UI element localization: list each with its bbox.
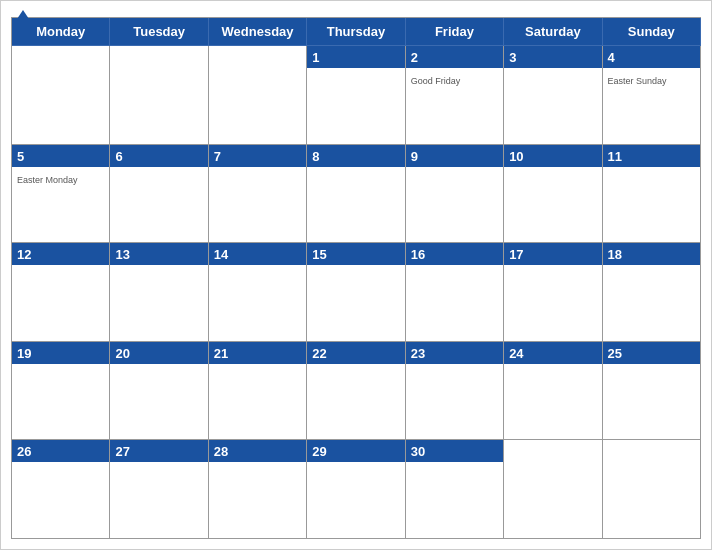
day-cell-21: 21 — [209, 342, 307, 440]
day-number: 11 — [608, 149, 622, 164]
day-number: 16 — [411, 247, 425, 262]
day-cell-12: 12 — [12, 243, 110, 341]
day-cell-5: 5Easter Monday — [12, 145, 110, 243]
day-cell-14: 14 — [209, 243, 307, 341]
day-cell-empty-4-6 — [603, 440, 701, 538]
day-cell-28: 28 — [209, 440, 307, 538]
day-number: 27 — [115, 444, 129, 459]
day-header-sunday: Sunday — [603, 18, 701, 46]
day-cell-27: 27 — [110, 440, 208, 538]
day-number: 2 — [411, 50, 418, 65]
day-number: 18 — [608, 247, 622, 262]
day-cell-30: 30 — [406, 440, 504, 538]
day-cell-7: 7 — [209, 145, 307, 243]
day-cell-3: 3 — [504, 46, 602, 144]
calendar-grid: MondayTuesdayWednesdayThursdayFridaySatu… — [11, 17, 701, 539]
day-cell-10: 10 — [504, 145, 602, 243]
day-cell-22: 22 — [307, 342, 405, 440]
logo-icon — [16, 9, 30, 26]
day-number: 22 — [312, 346, 326, 361]
day-cell-20: 20 — [110, 342, 208, 440]
logo — [16, 9, 31, 26]
day-cell-25: 25 — [603, 342, 701, 440]
day-number: 26 — [17, 444, 31, 459]
day-number: 14 — [214, 247, 228, 262]
day-header-tuesday: Tuesday — [110, 18, 208, 46]
day-number: 30 — [411, 444, 425, 459]
day-number: 3 — [509, 50, 516, 65]
day-cell-11: 11 — [603, 145, 701, 243]
day-header-wednesday: Wednesday — [209, 18, 307, 46]
day-cell-24: 24 — [504, 342, 602, 440]
day-number: 23 — [411, 346, 425, 361]
day-cell-26: 26 — [12, 440, 110, 538]
svg-marker-0 — [17, 10, 29, 19]
day-number: 4 — [608, 50, 615, 65]
day-number: 13 — [115, 247, 129, 262]
day-number: 20 — [115, 346, 129, 361]
logo-blue — [16, 9, 31, 26]
day-number: 10 — [509, 149, 523, 164]
day-number: 15 — [312, 247, 326, 262]
day-cell-8: 8 — [307, 145, 405, 243]
day-header-thursday: Thursday — [307, 18, 405, 46]
day-number: 19 — [17, 346, 31, 361]
day-cell-13: 13 — [110, 243, 208, 341]
day-cell-19: 19 — [12, 342, 110, 440]
day-cell-empty-4-5 — [504, 440, 602, 538]
holiday-label: Easter Sunday — [608, 76, 667, 86]
day-cell-1: 1 — [307, 46, 405, 144]
day-cell-empty-0-1 — [110, 46, 208, 144]
weeks: 12Good Friday34Easter Sunday5Easter Mond… — [12, 46, 701, 539]
week-row-1: 5Easter Monday67891011 — [12, 145, 701, 244]
holiday-label: Easter Monday — [17, 175, 78, 185]
day-number: 5 — [17, 149, 24, 164]
day-cell-17: 17 — [504, 243, 602, 341]
week-row-0: 12Good Friday34Easter Sunday — [12, 46, 701, 145]
day-number: 1 — [312, 50, 319, 65]
day-number: 12 — [17, 247, 31, 262]
day-number: 21 — [214, 346, 228, 361]
day-cell-2: 2Good Friday — [406, 46, 504, 144]
day-number: 9 — [411, 149, 418, 164]
day-number: 8 — [312, 149, 319, 164]
day-cell-23: 23 — [406, 342, 504, 440]
week-row-3: 19202122232425 — [12, 342, 701, 441]
day-cell-16: 16 — [406, 243, 504, 341]
day-number: 7 — [214, 149, 221, 164]
calendar-container: MondayTuesdayWednesdayThursdayFridaySatu… — [0, 0, 712, 550]
day-number: 17 — [509, 247, 523, 262]
day-cell-4: 4Easter Sunday — [603, 46, 701, 144]
day-cell-18: 18 — [603, 243, 701, 341]
day-cell-29: 29 — [307, 440, 405, 538]
day-cell-empty-0-2 — [209, 46, 307, 144]
day-header-saturday: Saturday — [504, 18, 602, 46]
day-number: 29 — [312, 444, 326, 459]
day-cell-15: 15 — [307, 243, 405, 341]
day-number: 25 — [608, 346, 622, 361]
days-header: MondayTuesdayWednesdayThursdayFridaySatu… — [12, 18, 701, 46]
day-number: 28 — [214, 444, 228, 459]
day-number: 6 — [115, 149, 122, 164]
day-cell-6: 6 — [110, 145, 208, 243]
week-row-2: 12131415161718 — [12, 243, 701, 342]
holiday-label: Good Friday — [411, 76, 461, 86]
day-cell-empty-0-0 — [12, 46, 110, 144]
day-number: 24 — [509, 346, 523, 361]
day-cell-9: 9 — [406, 145, 504, 243]
week-row-4: 2627282930 — [12, 440, 701, 539]
day-header-friday: Friday — [406, 18, 504, 46]
calendar-header — [1, 1, 711, 17]
